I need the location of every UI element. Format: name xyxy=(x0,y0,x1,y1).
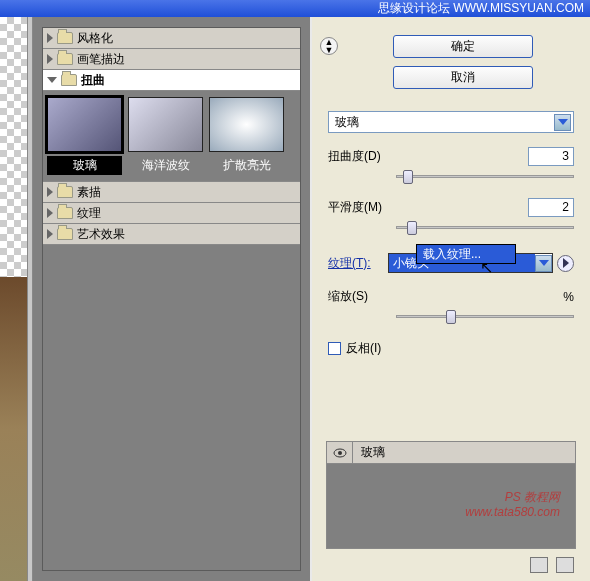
expand-icon xyxy=(47,208,53,218)
slider-track xyxy=(396,226,574,229)
filter-thumbs-row: 玻璃 海洋波纹 扩散亮光 xyxy=(43,91,300,182)
title-bar: 思缘设计论坛 WWW.MISSYUAN.COM xyxy=(0,0,590,17)
thumb-label: 海洋波纹 xyxy=(128,156,203,175)
canvas-photo-preview xyxy=(0,277,27,581)
texture-label: 纹理(T): xyxy=(328,255,384,272)
slider-track xyxy=(396,175,574,178)
smoothness-input[interactable]: 2 xyxy=(528,198,574,217)
collapse-icon xyxy=(47,77,57,83)
expand-icon xyxy=(47,33,53,43)
scale-label: 缩放(S) xyxy=(328,288,396,305)
category-label: 素描 xyxy=(77,184,101,201)
distortion-slider[interactable] xyxy=(396,170,574,184)
visibility-toggle[interactable] xyxy=(327,442,353,463)
category-item-sketch[interactable]: 素描 xyxy=(43,182,300,203)
slider-track xyxy=(396,315,574,318)
collapse-button[interactable]: ▲▼ xyxy=(320,37,338,55)
thumb-label: 玻璃 xyxy=(47,156,122,175)
category-item-stylize[interactable]: 风格化 xyxy=(43,28,300,49)
effect-layers-panel: 玻璃 xyxy=(326,441,576,549)
smoothness-label: 平滑度(M) xyxy=(328,199,396,216)
svg-point-1 xyxy=(338,451,342,455)
ok-button[interactable]: 确定 xyxy=(393,35,533,58)
eye-icon xyxy=(333,448,347,458)
layer-row[interactable]: 玻璃 xyxy=(327,442,575,464)
cancel-button[interactable]: 取消 xyxy=(393,66,533,89)
scale-suffix: % xyxy=(563,290,574,304)
dropdown-icon xyxy=(554,114,571,131)
settings-panel: ▲▼ 确定 取消 玻璃 扭曲度(D) 3 平滑度(M) 2 纹理(T): 小镜头 xyxy=(312,17,590,581)
smoothness-slider[interactable] xyxy=(396,221,574,235)
layer-footer-icons xyxy=(530,557,574,573)
category-label: 画笔描边 xyxy=(77,51,125,68)
thumb-image xyxy=(209,97,284,152)
param-scale: 缩放(S) % xyxy=(328,287,574,306)
flyout-label: 载入纹理... xyxy=(423,247,481,261)
mouse-cursor-icon: ↖ xyxy=(480,258,493,277)
filter-category-panel: 风格化 画笔描边 扭曲 玻璃 海洋波纹 扩散亮光 xyxy=(33,17,310,581)
folder-icon xyxy=(61,74,77,86)
expand-icon xyxy=(47,54,53,64)
slider-handle[interactable] xyxy=(446,310,456,324)
expand-icon xyxy=(47,229,53,239)
category-list: 风格化 画笔描边 扭曲 玻璃 海洋波纹 扩散亮光 xyxy=(42,27,301,571)
expand-icon xyxy=(47,187,53,197)
new-effect-layer-button[interactable] xyxy=(530,557,548,573)
title-text: 思缘设计论坛 WWW.MISSYUAN.COM xyxy=(378,0,584,17)
param-smoothness: 平滑度(M) 2 xyxy=(328,198,574,217)
slider-handle[interactable] xyxy=(407,221,417,235)
canvas-transparency-preview xyxy=(0,17,27,277)
dropdown-icon xyxy=(535,255,552,272)
triangle-right-icon xyxy=(563,258,569,268)
folder-icon xyxy=(57,53,73,65)
param-invert[interactable]: 反相(I) xyxy=(328,340,574,357)
category-item-texture[interactable]: 纹理 xyxy=(43,203,300,224)
category-label: 风格化 xyxy=(77,30,113,47)
thumb-image xyxy=(128,97,203,152)
category-item-distort[interactable]: 扭曲 xyxy=(43,70,300,91)
folder-icon xyxy=(57,32,73,44)
category-label: 扭曲 xyxy=(81,72,105,89)
param-distortion: 扭曲度(D) 3 xyxy=(328,147,574,166)
filter-name-value: 玻璃 xyxy=(335,114,359,131)
thumb-image xyxy=(47,97,122,152)
delete-effect-layer-button[interactable] xyxy=(556,557,574,573)
invert-checkbox[interactable] xyxy=(328,342,341,355)
category-item-brushstrokes[interactable]: 画笔描边 xyxy=(43,49,300,70)
texture-flyout-button[interactable] xyxy=(557,255,574,272)
invert-label: 反相(I) xyxy=(346,340,381,357)
category-label: 艺术效果 xyxy=(77,226,125,243)
chevron-up-down-icon: ▲▼ xyxy=(325,38,334,54)
cancel-label: 取消 xyxy=(451,70,475,84)
thumb-glass[interactable]: 玻璃 xyxy=(47,97,122,175)
ok-label: 确定 xyxy=(451,39,475,53)
folder-icon xyxy=(57,228,73,240)
scale-slider[interactable] xyxy=(396,310,574,324)
filter-name-select[interactable]: 玻璃 xyxy=(328,111,574,133)
category-label: 纹理 xyxy=(77,205,101,222)
folder-icon xyxy=(57,186,73,198)
thumb-ocean-ripple[interactable]: 海洋波纹 xyxy=(128,97,203,175)
distortion-input[interactable]: 3 xyxy=(528,147,574,166)
category-item-artistic[interactable]: 艺术效果 xyxy=(43,224,300,245)
thumb-diffuse-glow[interactable]: 扩散亮光 xyxy=(209,97,284,175)
distortion-label: 扭曲度(D) xyxy=(328,148,396,165)
thumb-label: 扩散亮光 xyxy=(209,156,284,175)
slider-handle[interactable] xyxy=(403,170,413,184)
load-texture-menu-item[interactable]: 载入纹理... xyxy=(416,244,516,264)
layer-label: 玻璃 xyxy=(353,444,385,461)
folder-icon xyxy=(57,207,73,219)
